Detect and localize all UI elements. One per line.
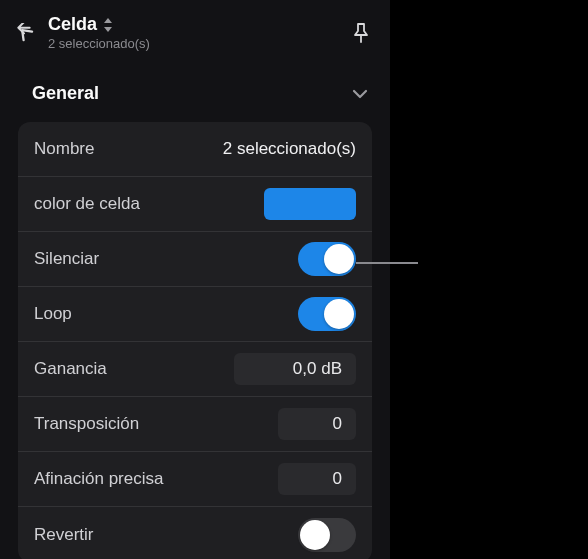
row-transposicion: Transposición 0 — [18, 397, 372, 452]
row-label: Ganancia — [34, 359, 107, 379]
value-transposicion[interactable]: 0 — [278, 408, 356, 440]
properties-list: Nombre 2 seleccionado(s) color de celda … — [18, 122, 372, 559]
row-label: Nombre — [34, 139, 94, 159]
toggle-loop[interactable] — [298, 297, 356, 331]
row-label: Revertir — [34, 525, 94, 545]
panel-subtitle: 2 seleccionado(s) — [48, 36, 338, 51]
row-loop: Loop — [18, 287, 372, 342]
color-swatch[interactable] — [264, 188, 356, 220]
toggle-silenciar[interactable] — [298, 242, 356, 276]
row-label: Afinación precisa — [34, 469, 163, 489]
row-revertir: Revertir — [18, 507, 372, 559]
row-ganancia: Ganancia 0,0 dB — [18, 342, 372, 397]
section-header[interactable]: General — [0, 65, 390, 122]
row-afinacion: Afinación precisa 0 — [18, 452, 372, 507]
row-nombre: Nombre 2 seleccionado(s) — [18, 122, 372, 177]
toggle-revertir[interactable] — [298, 518, 356, 552]
value-afinacion[interactable]: 0 — [278, 463, 356, 495]
sort-icon[interactable] — [103, 18, 113, 32]
value-ganancia[interactable]: 0,0 dB — [234, 353, 356, 385]
panel-header: Celda 2 seleccionado(s) — [0, 0, 390, 65]
callout-line — [356, 262, 418, 264]
header-text: Celda 2 seleccionado(s) — [48, 14, 338, 51]
inspector-panel: Celda 2 seleccionado(s) General — [0, 0, 390, 559]
pin-icon[interactable] — [350, 22, 372, 44]
back-arrow-icon[interactable] — [14, 22, 36, 44]
panel-title: Celda — [48, 14, 97, 35]
row-color: color de celda — [18, 177, 372, 232]
section-title: General — [32, 83, 99, 104]
row-label: Transposición — [34, 414, 139, 434]
row-label: Silenciar — [34, 249, 99, 269]
row-label: color de celda — [34, 194, 140, 214]
row-label: Loop — [34, 304, 72, 324]
row-silenciar: Silenciar — [18, 232, 372, 287]
row-value[interactable]: 2 seleccionado(s) — [223, 139, 356, 159]
chevron-down-icon — [352, 89, 368, 99]
